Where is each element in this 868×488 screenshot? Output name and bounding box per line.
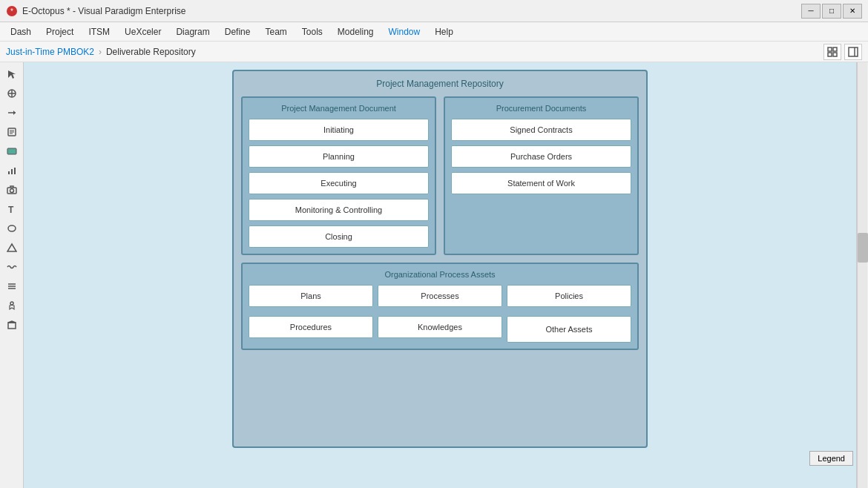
arrow-right-tool[interactable] xyxy=(1,104,22,122)
org-assets-grid: Plans Processes Policies Procedures Know… xyxy=(249,285,631,343)
oval-tool[interactable] xyxy=(1,220,22,237)
svg-point-23 xyxy=(10,189,13,193)
diagram-title: Project Management Repository xyxy=(241,79,639,89)
pm-doc-box: Project Management Document Initiating P… xyxy=(241,96,436,255)
cursor-tool[interactable] xyxy=(1,65,22,83)
svg-text:T: T xyxy=(8,205,14,214)
svg-rect-31 xyxy=(8,323,16,329)
diagram-container: Project Management Repository Project Ma… xyxy=(232,70,648,448)
triangle-tool[interactable] xyxy=(1,239,22,257)
toolbar: Just-in-Time PMBOK2 › Deliverable Reposi… xyxy=(0,42,868,62)
menu-define[interactable]: Define xyxy=(217,25,258,39)
pan-tool[interactable] xyxy=(1,85,22,102)
package-tool[interactable] xyxy=(1,316,22,334)
menu-team[interactable]: Team xyxy=(257,25,294,39)
signed-contracts-button[interactable]: Signed Contracts xyxy=(451,119,631,141)
svg-rect-21 xyxy=(14,168,16,174)
processes-button[interactable]: Processes xyxy=(378,285,502,307)
maximize-button[interactable]: □ xyxy=(822,4,841,19)
org-assets-box: Organizational Process Assets Plans Proc… xyxy=(241,263,639,350)
menu-dash[interactable]: Dash xyxy=(3,25,39,39)
chart-tool[interactable] xyxy=(1,162,22,179)
org-assets-title: Organizational Process Assets xyxy=(249,270,631,279)
right-panel[interactable] xyxy=(856,62,868,488)
other-assets-button[interactable]: Other Assets xyxy=(507,316,631,343)
menu-modeling[interactable]: Modeling xyxy=(330,25,381,39)
toolbar-right xyxy=(823,44,862,60)
svg-rect-18 xyxy=(7,148,16,154)
titlebar-left: * E-Octopus * - Visual Paradigm Enterpri… xyxy=(6,5,186,17)
lines-tool[interactable] xyxy=(1,277,22,295)
svg-point-30 xyxy=(10,302,13,305)
diagram-tool[interactable] xyxy=(1,142,22,160)
plans-button[interactable]: Plans xyxy=(249,285,373,307)
svg-marker-26 xyxy=(7,244,16,251)
svg-point-25 xyxy=(8,225,16,231)
note-tool[interactable] xyxy=(1,123,22,141)
breadcrumb: Just-in-Time PMBOK2 › Deliverable Reposi… xyxy=(6,47,196,57)
initiating-button[interactable]: Initiating xyxy=(249,119,429,141)
breadcrumb-separator: › xyxy=(99,47,102,57)
procurement-title: Procurement Documents xyxy=(451,104,631,113)
purchase-orders-button[interactable]: Purchase Orders xyxy=(451,145,631,168)
minimize-button[interactable]: ─ xyxy=(801,4,821,19)
canvas-area[interactable]: Project Management Repository Project Ma… xyxy=(24,62,856,488)
menu-help[interactable]: Help xyxy=(427,25,461,39)
breadcrumb-current: Deliverable Repository xyxy=(106,47,196,57)
svg-rect-19 xyxy=(8,171,10,174)
close-button[interactable]: ✕ xyxy=(843,4,862,19)
policies-button[interactable]: Policies xyxy=(507,285,631,307)
titlebar: * E-Octopus * - Visual Paradigm Enterpri… xyxy=(0,0,868,22)
legend-button[interactable]: Legend xyxy=(809,451,853,466)
actor-tool[interactable] xyxy=(1,297,22,314)
wave-tool[interactable] xyxy=(1,258,22,276)
svg-rect-6 xyxy=(849,47,858,56)
planning-button[interactable]: Planning xyxy=(249,145,429,168)
app-icon: * xyxy=(6,5,18,17)
monitoring-controlling-button[interactable]: Monitoring & Controlling xyxy=(249,199,429,221)
svg-rect-3 xyxy=(833,47,837,51)
upper-section: Project Management Document Initiating P… xyxy=(241,96,639,255)
knowledges-button[interactable]: Knowledges xyxy=(378,316,502,338)
menu-itsm[interactable]: ITSM xyxy=(81,25,117,39)
grid-view-button[interactable] xyxy=(823,44,841,60)
procedures-button[interactable]: Procedures xyxy=(249,316,373,338)
svg-rect-4 xyxy=(828,53,832,56)
titlebar-controls[interactable]: ─ □ ✕ xyxy=(801,4,862,19)
closing-button[interactable]: Closing xyxy=(249,225,429,248)
svg-text:*: * xyxy=(10,7,13,16)
menu-uexceler[interactable]: UeXceler xyxy=(117,25,168,39)
breadcrumb-parent[interactable]: Just-in-Time PMBOK2 xyxy=(6,47,94,57)
menu-diagram[interactable]: Diagram xyxy=(168,25,217,39)
svg-marker-32 xyxy=(8,321,16,323)
svg-rect-2 xyxy=(828,47,832,51)
text-tool[interactable]: T xyxy=(1,200,22,218)
procurement-box: Procurement Documents Signed Contracts P… xyxy=(444,96,639,255)
menu-project[interactable]: Project xyxy=(39,25,81,39)
menubar: Dash Project ITSM UeXceler Diagram Defin… xyxy=(0,22,868,42)
camera-tool[interactable] xyxy=(1,181,22,199)
panel-button[interactable] xyxy=(844,44,862,60)
app-title: E-Octopus * - Visual Paradigm Enterprise xyxy=(22,6,186,16)
svg-marker-8 xyxy=(8,70,16,79)
left-toolbar: T xyxy=(0,62,24,488)
main-layout: T Project Management Repository xyxy=(0,62,868,488)
svg-rect-5 xyxy=(833,53,837,56)
svg-marker-13 xyxy=(13,111,16,115)
executing-button[interactable]: Executing xyxy=(249,172,429,194)
pm-doc-title: Project Management Document xyxy=(249,104,429,113)
menu-tools[interactable]: Tools xyxy=(295,25,330,39)
menu-window[interactable]: Window xyxy=(381,25,428,39)
statement-of-work-button[interactable]: Statement of Work xyxy=(451,172,631,194)
svg-rect-20 xyxy=(11,169,13,174)
